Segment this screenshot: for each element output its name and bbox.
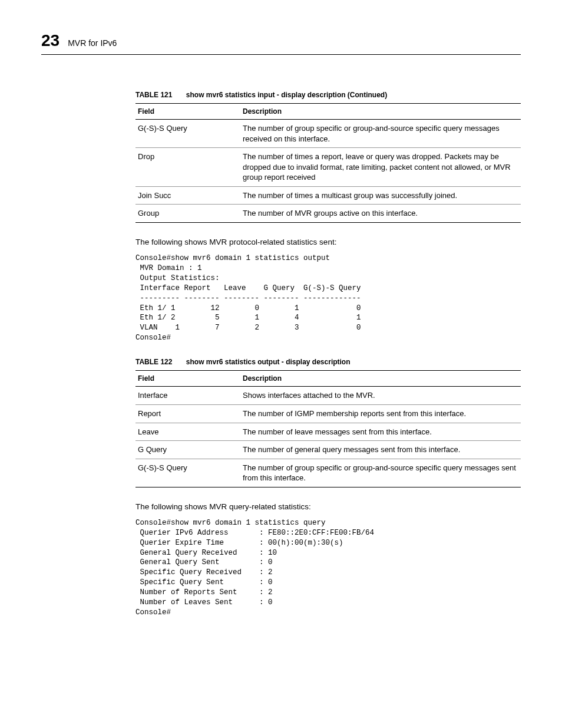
desc-cell: The number of group specific or group-an…: [240, 120, 521, 148]
chapter-number: 23: [41, 29, 59, 52]
field-cell: Report: [135, 405, 240, 423]
paragraph-stats-sent: The following shows MVR protocol-related…: [135, 237, 521, 248]
field-cell: G(-S)-S Query: [135, 459, 240, 487]
table122-title: show mvr6 statistics output - display de…: [186, 358, 351, 366]
field-cell: G Query: [135, 441, 240, 459]
desc-cell: The number of IGMP membership reports se…: [240, 405, 521, 423]
desc-cell: Shows interfaces attached to the MVR.: [240, 387, 521, 405]
desc-cell: The number of group specific or group-an…: [240, 459, 521, 487]
console-output-2: Console#show mvr6 domain 1 statistics qu…: [135, 518, 521, 618]
table-row: Report The number of IGMP membership rep…: [135, 405, 521, 423]
desc-cell: The number of times a multicast group wa…: [240, 186, 521, 205]
field-cell: Group: [135, 205, 240, 223]
paragraph-query-stats: The following shows MVR query-related st…: [135, 502, 521, 512]
table121-label: TABLE 121: [135, 91, 172, 99]
table122-head-desc: Description: [240, 371, 521, 387]
desc-cell: The number of times a report, leave or q…: [240, 148, 521, 187]
table121-head-desc: Description: [240, 103, 521, 119]
desc-cell: The number of leave messages sent from t…: [240, 423, 521, 441]
table122-head-field: Field: [135, 371, 240, 387]
field-cell: Leave: [135, 423, 240, 441]
field-cell: G(-S)-S Query: [135, 120, 240, 148]
table121-caption: TABLE 121 show mvr6 statistics input - d…: [135, 90, 521, 100]
table121-head-field: Field: [135, 103, 240, 119]
table-row: Drop The number of times a report, leave…: [135, 148, 521, 187]
field-cell: Interface: [135, 387, 240, 405]
field-cell: Drop: [135, 148, 240, 187]
table-row: G(-S)-S Query The number of group specif…: [135, 120, 521, 148]
table-row: G Query The number of general query mess…: [135, 441, 521, 459]
table122-label: TABLE 122: [135, 358, 172, 366]
table122: Field Description Interface Shows interf…: [135, 370, 521, 487]
table-row: G(-S)-S Query The number of group specif…: [135, 459, 521, 487]
console-output-1: Console#show mvr6 domain 1 statistics ou…: [135, 253, 521, 343]
table122-caption: TABLE 122 show mvr6 statistics output - …: [135, 357, 521, 367]
table121: Field Description G(-S)-S Query The numb…: [135, 103, 521, 223]
table121-title: show mvr6 statistics input - display des…: [186, 91, 387, 99]
desc-cell: The number of general query messages sen…: [240, 441, 521, 459]
main-content: TABLE 121 show mvr6 statistics input - d…: [135, 90, 521, 618]
table-row: Leave The number of leave messages sent …: [135, 423, 521, 441]
table-row: Interface Shows interfaces attached to t…: [135, 387, 521, 405]
page-header: 23 MVR for IPv6: [41, 29, 521, 55]
field-cell: Join Succ: [135, 186, 240, 205]
desc-cell: The number of MVR groups active on this …: [240, 205, 521, 223]
chapter-title: MVR for IPv6: [68, 38, 117, 49]
table-row: Group The number of MVR groups active on…: [135, 205, 521, 223]
table-row: Join Succ The number of times a multicas…: [135, 186, 521, 205]
